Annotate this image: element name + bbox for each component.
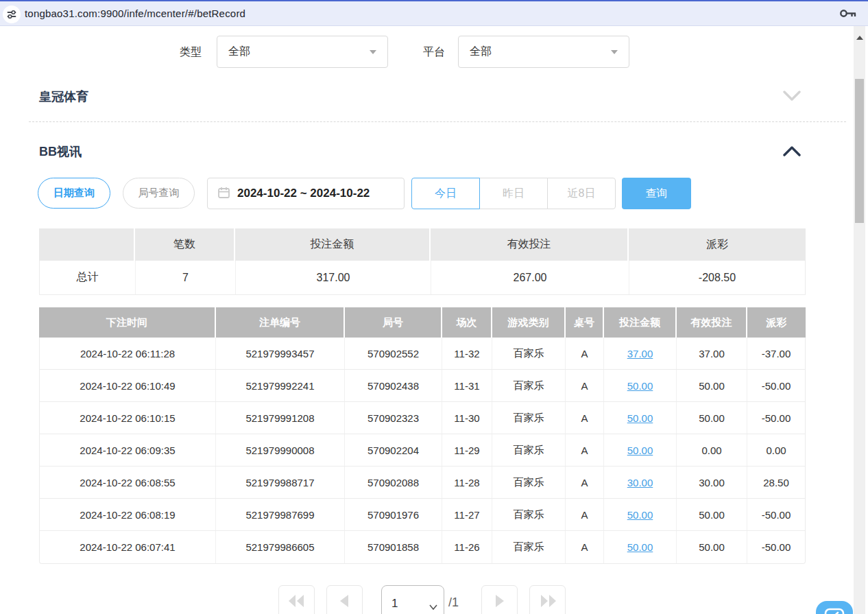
cell-session: 11-32 <box>442 338 492 369</box>
cell-table-no: A <box>566 499 604 530</box>
cell-session: 11-26 <box>442 531 492 563</box>
cell-bet-id: 521979987699 <box>216 499 345 530</box>
calendar-icon <box>217 186 230 202</box>
date-query-tab[interactable]: 日期查询 <box>38 178 110 209</box>
today-button[interactable]: 今日 <box>411 178 480 209</box>
search-button[interactable]: 查询 <box>622 178 691 209</box>
customer-service-fab[interactable] <box>816 601 853 614</box>
type-filter-dropdown[interactable]: 全部 <box>217 36 388 68</box>
cell-bet-id: 521979991208 <box>216 402 345 434</box>
right-arrow-icon <box>494 595 505 610</box>
summary-header-blank <box>39 228 135 261</box>
scrollbar-thumb[interactable] <box>855 79 864 223</box>
cell-table-no: A <box>566 370 604 401</box>
cell-session: 11-30 <box>442 402 492 434</box>
summary-valid-bet-value: 267.00 <box>431 261 629 294</box>
scrollbar-track[interactable] <box>854 26 865 614</box>
platform-filter-value: 全部 <box>470 45 611 59</box>
type-filter-value: 全部 <box>228 45 370 59</box>
bet-amount-link[interactable]: 50.00 <box>627 412 653 424</box>
summary-header-count: 笔数 <box>135 228 235 261</box>
cell-round-id: 570902088 <box>345 467 442 498</box>
summary-header-valid-bet: 有效投注 <box>431 228 629 261</box>
cell-payout: -50.00 <box>747 531 805 563</box>
cell-payout: -37.00 <box>747 338 805 369</box>
type-filter-label: 类型 <box>180 36 202 68</box>
cell-valid-bet: 37.00 <box>677 338 747 369</box>
url-text[interactable]: tongbao31.com:9900/infe/mcenter/#/betRec… <box>25 1 245 26</box>
cell-valid-bet: 50.00 <box>677 402 747 434</box>
cell-table-no: A <box>566 402 604 434</box>
cell-game-type: 百家乐 <box>492 499 566 530</box>
summary-header-row: 笔数 投注金额 有效投注 派彩 <box>39 228 806 261</box>
round-query-tab[interactable]: 局号查询 <box>123 178 195 209</box>
edit-pencil-icon <box>823 606 845 614</box>
header-session: 场次 <box>442 307 492 338</box>
table-header-row: 下注时间 注单编号 局号 场次 游戏类别 桌号 投注金额 有效投注 派彩 <box>39 307 806 338</box>
cell-round-id: 570901976 <box>345 499 442 530</box>
caret-down-icon <box>370 50 376 54</box>
cell-game-type: 百家乐 <box>492 402 566 434</box>
cell-game-type: 百家乐 <box>492 467 566 498</box>
header-game-type: 游戏类别 <box>492 307 566 338</box>
page-select[interactable]: 1 <box>381 585 444 614</box>
bet-amount-link[interactable]: 50.00 <box>627 445 653 456</box>
caret-down-icon <box>611 50 618 54</box>
table-row: 2024-10-22 06:07:41 521979986605 5709018… <box>40 531 805 563</box>
last8days-button[interactable]: 近8日 <box>547 178 616 209</box>
summary-bet-amount-value: 317.00 <box>236 261 431 294</box>
next-page-button[interactable] <box>481 585 518 614</box>
cell-valid-bet: 30.00 <box>677 467 747 498</box>
summary-header-payout: 派彩 <box>629 228 806 261</box>
quick-range-group: 今日 昨日 近8日 <box>411 178 616 209</box>
summary-total-label: 总计 <box>40 261 136 294</box>
cell-valid-bet: 0.00 <box>677 434 747 466</box>
bet-amount-link[interactable]: 50.00 <box>627 541 653 553</box>
table-body: 2024-10-22 06:11:28 521979993457 5709025… <box>39 338 806 564</box>
cell-bet-id: 521979986605 <box>216 531 345 563</box>
table-row: 2024-10-22 06:08:19 521979987699 5709019… <box>40 499 805 531</box>
chevron-up-icon[interactable] <box>783 145 801 157</box>
platform-filter-dropdown[interactable]: 全部 <box>458 36 629 68</box>
table-row: 2024-10-22 06:09:35 521979990008 5709022… <box>40 434 805 467</box>
cell-valid-bet: 50.00 <box>677 531 747 563</box>
bet-amount-link[interactable]: 50.00 <box>627 509 653 521</box>
cell-table-no: A <box>566 434 604 466</box>
scrollbar-up-arrow[interactable] <box>854 33 865 43</box>
cell-valid-bet: 50.00 <box>677 499 747 530</box>
cell-bet-id: 521979993457 <box>216 338 345 369</box>
date-range-input[interactable]: 2024-10-22 ~ 2024-10-22 <box>207 178 405 209</box>
bet-amount-link[interactable]: 37.00 <box>627 348 653 359</box>
first-page-button[interactable] <box>278 585 315 614</box>
page-select-wrap: 1 <box>381 585 444 614</box>
platform-filter-label: 平台 <box>423 36 445 68</box>
summary-payout-value: -208.50 <box>629 261 805 294</box>
cell-bet-id: 521979990008 <box>216 434 345 466</box>
cell-table-no: A <box>566 467 604 498</box>
cell-bet-time: 2024-10-22 06:08:19 <box>40 499 216 530</box>
cell-bet-time: 2024-10-22 06:10:15 <box>40 402 216 434</box>
table-row: 2024-10-22 06:08:55 521979988717 5709020… <box>40 467 805 499</box>
bet-amount-link[interactable]: 30.00 <box>627 477 653 488</box>
date-range-value: 2024-10-22 ~ 2024-10-22 <box>237 187 370 200</box>
header-valid-bet: 有效投注 <box>677 307 747 338</box>
site-settings-icon[interactable] <box>3 5 21 23</box>
summary-table: 笔数 投注金额 有效投注 派彩 总计 7 317.00 267.00 -208.… <box>39 228 806 295</box>
cell-bet-time: 2024-10-22 06:09:35 <box>40 434 216 466</box>
table-row: 2024-10-22 06:11:28 521979993457 5709025… <box>40 338 805 370</box>
chevron-down-icon[interactable] <box>783 90 801 102</box>
cell-session: 11-31 <box>442 370 492 401</box>
cell-table-no: A <box>566 531 604 563</box>
last-page-button[interactable] <box>529 585 566 614</box>
header-bet-id: 注单编号 <box>216 307 345 338</box>
key-icon[interactable] <box>839 8 857 22</box>
prev-page-button[interactable] <box>326 585 363 614</box>
header-round-id: 局号 <box>345 307 442 338</box>
cell-round-id: 570902552 <box>345 338 442 369</box>
yesterday-button[interactable]: 昨日 <box>479 178 548 209</box>
header-payout: 派彩 <box>747 307 806 338</box>
summary-header-bet-amount: 投注金额 <box>235 228 431 261</box>
table-row: 2024-10-22 06:10:49 521979992241 5709024… <box>40 370 805 402</box>
bet-amount-link[interactable]: 50.00 <box>627 380 653 392</box>
cell-round-id: 570902204 <box>345 434 442 466</box>
